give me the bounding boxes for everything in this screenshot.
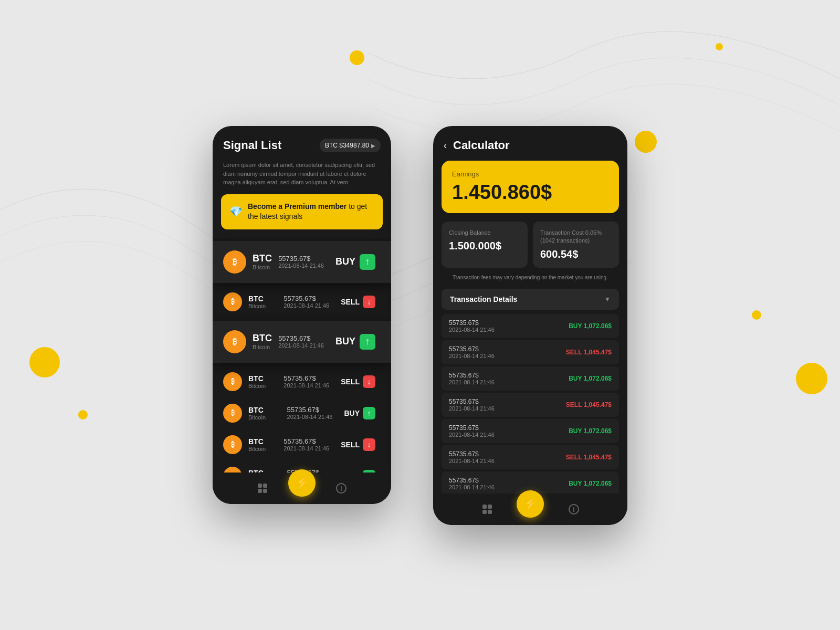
action-label-3: BUY <box>335 336 355 347</box>
coin-date-3: 2021-08-14 21:46 <box>278 342 324 349</box>
tx-action-3: BUY 1,072.06$ <box>569 375 612 382</box>
price-info-2: 55735.67$ 2021-08-14 21:46 <box>284 295 329 309</box>
action-btn-2[interactable]: SELL ↓ <box>335 292 381 311</box>
coin-date-5: 2021-08-14 21:46 <box>287 414 333 420</box>
nav-lightning-center-left[interactable]: ⚡ <box>288 469 316 497</box>
coin-icon-btc-7: ₿ <box>223 467 242 472</box>
coin-name-1: BTC <box>253 253 272 264</box>
signal-row-6[interactable]: ₿ BTC Bitcoin 55735.67$ 2021-08-14 21:46… <box>213 429 391 460</box>
tx-action-2: SELL 1,045.47$ <box>566 349 612 356</box>
action-indicator-5: ↑ <box>363 407 375 419</box>
tx-info-5: 55735.67$ 2021-08-14 21:46 <box>449 424 495 438</box>
tx-info-1: 55735.67$ 2021-08-14 21:46 <box>449 319 495 333</box>
tx-price-3: 55735.67$ <box>449 372 495 379</box>
earnings-value: 1.450.860$ <box>452 181 608 204</box>
nav-grid-icon-left[interactable] <box>252 478 273 499</box>
coin-price-2: 55735.67$ <box>284 295 329 302</box>
coin-info-6: BTC Bitcoin <box>248 437 277 452</box>
transaction-cost-label: Transaction Cost 0.05% (1042 transaction… <box>540 229 612 245</box>
tx-price-1: 55735.67$ <box>449 319 495 327</box>
signal-row-1[interactable]: ₿ BTC Bitcoin 55735.67$ 2021-08-14 21:46… <box>213 241 391 283</box>
tx-row-4[interactable]: 55735.67$ 2021-08-14 21:46 SELL 1,045.47… <box>442 393 619 417</box>
action-btn-4[interactable]: SELL ↓ <box>335 372 381 391</box>
action-btn-7[interactable]: BUY ↑ <box>339 467 381 472</box>
tx-info-2: 55735.67$ 2021-08-14 21:46 <box>449 345 495 359</box>
coin-info-2: BTC Bitcoin <box>248 295 277 309</box>
coin-price-5: 55735.67$ <box>287 406 333 414</box>
action-btn-3[interactable]: BUY ↑ <box>330 331 381 353</box>
premium-banner[interactable]: 💎 Become a Premium member to get the lat… <box>221 194 383 229</box>
transaction-details-header[interactable]: Transaction Details ▼ <box>442 289 619 310</box>
nav-lightning-center-right[interactable]: ⚡ <box>517 490 544 518</box>
earnings-label: Earnings <box>452 170 608 178</box>
price-info-4: 55735.67$ 2021-08-14 21:46 <box>284 374 329 388</box>
tx-row-2[interactable]: 55735.67$ 2021-08-14 21:46 SELL 1,045.47… <box>442 340 619 364</box>
coin-info-1: BTC Bitcoin <box>253 253 272 270</box>
balance-row: Closing Balance 1.500.000$ Transaction C… <box>442 222 619 268</box>
price-info-6: 55735.67$ 2021-08-14 21:46 <box>284 437 329 452</box>
coin-name-6: BTC <box>248 437 277 446</box>
transaction-cost-card: Transaction Cost 0.05% (1042 transaction… <box>533 222 619 268</box>
tx-date-3: 2021-08-14 21:46 <box>449 379 495 385</box>
action-btn-1[interactable]: BUY ↑ <box>330 251 381 273</box>
tx-row-5[interactable]: 55735.67$ 2021-08-14 21:46 BUY 1,072.06$ <box>442 419 619 443</box>
earnings-card: Earnings 1.450.860$ <box>442 161 619 213</box>
coin-name-7: BTC <box>248 469 281 472</box>
action-label-2: SELL <box>341 298 360 306</box>
coin-icon-btc-2: ₿ <box>223 292 242 311</box>
signal-list-phone: Signal List BTC $34987.80 ▶ Lorem ipsum … <box>213 126 391 504</box>
coin-icon-btc-4: ₿ <box>223 372 242 391</box>
signal-row-2[interactable]: ₿ BTC Bitcoin 55735.67$ 2021-08-14 21:46… <box>213 286 391 318</box>
coin-icon-btc-1: ₿ <box>223 250 246 274</box>
calculator-phone: ‹ Calculator Earnings 1.450.860$ Closing… <box>433 126 627 525</box>
coin-icon-btc-6: ₿ <box>223 435 242 454</box>
signal-list-header: Signal List BTC $34987.80 ▶ <box>213 126 391 161</box>
tx-row-3[interactable]: 55735.67$ 2021-08-14 21:46 BUY 1,072.06$ <box>442 366 619 391</box>
signal-row-4[interactable]: ₿ BTC Bitcoin 55735.67$ 2021-08-14 21:46… <box>213 366 391 397</box>
coin-name-3: BTC <box>253 333 272 344</box>
nav-info-icon-left[interactable]: i <box>331 478 352 499</box>
coin-date-1: 2021-08-14 21:46 <box>278 262 324 269</box>
tx-date-6: 2021-08-14 21:46 <box>449 458 495 464</box>
coin-date-4: 2021-08-14 21:46 <box>284 382 329 388</box>
coin-icon-btc-3: ₿ <box>223 330 246 353</box>
action-label-5: BUY <box>344 409 360 417</box>
tx-price-7: 55735.67$ <box>449 477 495 484</box>
tx-row-6[interactable]: 55735.67$ 2021-08-14 21:46 SELL 1,045.47… <box>442 445 619 469</box>
action-btn-6[interactable]: SELL ↓ <box>335 435 381 454</box>
tx-info-7: 55735.67$ 2021-08-14 21:46 <box>449 477 495 490</box>
price-info-3: 55735.67$ 2021-08-14 21:46 <box>278 334 324 349</box>
premium-bold-text: Become a Premium member <box>248 202 346 211</box>
action-indicator-3: ↑ <box>360 334 375 350</box>
tx-price-2: 55735.67$ <box>449 345 495 353</box>
nav-info-icon-right[interactable]: i <box>563 499 584 520</box>
tx-info-6: 55735.67$ 2021-08-14 21:46 <box>449 450 495 464</box>
btc-price-badge[interactable]: BTC $34987.80 ▶ <box>320 139 381 152</box>
action-indicator-4: ↓ <box>363 375 375 388</box>
coin-sub-1: Bitcoin <box>253 264 272 270</box>
coin-name-5: BTC <box>248 406 281 414</box>
signal-row-3[interactable]: ₿ BTC Bitcoin 55735.67$ 2021-08-14 21:46… <box>213 321 391 363</box>
fee-note: Transaction fees may vary depending on t… <box>433 274 627 289</box>
svg-rect-17 <box>482 510 487 514</box>
tx-date-5: 2021-08-14 21:46 <box>449 432 495 438</box>
transaction-list: 55735.67$ 2021-08-14 21:46 BUY 1,072.06$… <box>433 314 627 494</box>
nav-grid-icon-right[interactable] <box>477 499 498 520</box>
coin-info-3: BTC Bitcoin <box>253 333 272 350</box>
lightning-bolt-right: ⚡ <box>523 497 538 511</box>
action-btn-5[interactable]: BUY ↑ <box>339 404 381 423</box>
tx-info-3: 55735.67$ 2021-08-14 21:46 <box>449 372 495 385</box>
tx-row-1[interactable]: 55735.67$ 2021-08-14 21:46 BUY 1,072.06$ <box>442 314 619 338</box>
tx-price-5: 55735.67$ <box>449 424 495 432</box>
calc-header: ‹ Calculator <box>433 126 627 161</box>
coin-price-1: 55735.67$ <box>278 255 324 262</box>
tx-action-6: SELL 1,045.47$ <box>566 454 612 461</box>
action-label-1: BUY <box>335 256 355 267</box>
coin-price-3: 55735.67$ <box>278 334 324 342</box>
price-info-1: 55735.67$ 2021-08-14 21:46 <box>278 255 324 269</box>
signal-row-5[interactable]: ₿ BTC Bitcoin 55735.67$ 2021-08-14 21:46… <box>213 397 391 429</box>
back-button[interactable]: ‹ <box>444 140 447 151</box>
coin-sub-2: Bitcoin <box>248 303 277 309</box>
coin-sub-5: Bitcoin <box>248 414 281 421</box>
coin-info-5: BTC Bitcoin <box>248 406 281 421</box>
